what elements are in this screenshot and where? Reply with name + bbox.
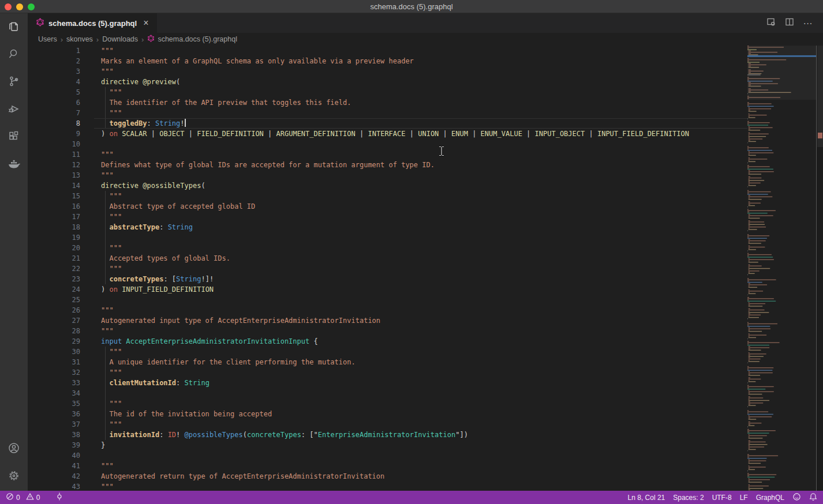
code-line[interactable]: directive @possibleTypes( [94, 180, 747, 191]
breadcrumb-item-downloads[interactable]: Downloads [102, 35, 138, 43]
code-line[interactable]: The id of the invitation being accepted [94, 409, 747, 419]
code-line[interactable]: Accepted types of global IDs. [94, 253, 747, 264]
code-line[interactable]: """ [94, 347, 747, 357]
line-number: 40 [46, 450, 80, 461]
code-line[interactable]: Autogenerated input type of AcceptEnterp… [94, 315, 747, 326]
sidebar-item-search[interactable] [0, 41, 28, 69]
open-preview-button[interactable] [764, 16, 778, 30]
line-number: 26 [46, 305, 80, 315]
encoding-indicator[interactable]: UTF-8 [712, 491, 732, 504]
code-line[interactable] [94, 295, 747, 305]
accounts-button[interactable] [0, 435, 28, 463]
code-line[interactable]: """ [94, 66, 747, 77]
minimap[interactable] [747, 46, 816, 491]
code-line[interactable]: Marks an element of a GraphQL schema as … [94, 56, 747, 66]
title-bar[interactable]: schema.docs (5).graphql [0, 0, 823, 13]
sidebar-item-source-control[interactable] [0, 69, 28, 96]
code-line[interactable]: """ [94, 212, 747, 222]
code-line[interactable]: """ [94, 398, 747, 409]
line-number: 41 [46, 461, 80, 471]
problems-indicator[interactable]: 0 0 [6, 491, 40, 504]
code-line[interactable]: """ [94, 419, 747, 430]
scrollbar-thumb[interactable] [817, 46, 823, 147]
code-line[interactable]: ) on SCALAR | OBJECT | FIELD_DEFINITION … [94, 129, 747, 139]
line-number: 14 [46, 180, 80, 191]
tab-schema-docs-graphql[interactable]: schema.docs (5).graphql × [28, 13, 157, 33]
code-content[interactable]: """Marks an element of a GraphQL schema … [94, 46, 747, 491]
code-line[interactable]: ) on INPUT_FIELD_DEFINITION [94, 284, 747, 295]
breadcrumb-item-skonves[interactable]: skonves [66, 35, 93, 43]
line-number: 37 [46, 419, 80, 430]
split-editor-button[interactable] [783, 16, 796, 30]
settings-button[interactable] [0, 463, 28, 491]
eol-indicator[interactable]: LF [740, 491, 748, 504]
code-line[interactable]: concreteTypes: [String!]! [94, 274, 747, 284]
sidebar-item-extensions[interactable] [0, 124, 28, 152]
code-line[interactable] [94, 232, 747, 243]
ports-indicator[interactable] [56, 491, 63, 504]
code-line[interactable]: """ [94, 170, 747, 180]
line-number: 34 [46, 388, 80, 398]
feedback-button[interactable] [792, 491, 801, 504]
line-number: 32 [46, 367, 80, 378]
code-line[interactable]: abstractType: String [94, 222, 747, 232]
line-number: 6 [46, 97, 80, 108]
code-line[interactable] [94, 388, 747, 398]
breadcrumb-file-label: schema.docs (5).graphql [158, 35, 237, 43]
code-line[interactable]: """ [94, 367, 747, 378]
line-number: 9 [46, 129, 80, 139]
code-line[interactable]: toggledBy: String! [94, 118, 747, 129]
line-number: 43 [46, 482, 80, 491]
line-number: 12 [46, 160, 80, 170]
notifications-button[interactable] [809, 491, 817, 504]
status-bar: 0 0 Ln 8, Col 21 Spaces: 2 UTF-8 LF Grap… [0, 491, 823, 504]
graphql-logo-icon [147, 35, 155, 44]
code-line[interactable]: """ [94, 87, 747, 97]
code-line[interactable]: The identifier of the API preview that t… [94, 97, 747, 108]
sidebar-item-explorer[interactable] [0, 13, 28, 41]
code-line[interactable]: """ [94, 326, 747, 336]
code-line[interactable] [94, 450, 747, 461]
code-line[interactable]: """ [94, 191, 747, 201]
code-line[interactable]: """ [94, 108, 747, 118]
code-line[interactable]: """ [94, 46, 747, 56]
overview-ruler-scrollbar[interactable] [816, 46, 823, 491]
close-button[interactable] [5, 3, 12, 10]
line-number: 5 [46, 87, 80, 97]
error-icon [6, 492, 14, 502]
warning-icon [26, 492, 34, 502]
tab-close-icon[interactable]: × [141, 18, 151, 28]
language-mode-indicator[interactable]: GraphQL [756, 491, 784, 504]
code-line[interactable]: invitationId: ID! @possibleTypes(concret… [94, 430, 747, 440]
code-line[interactable]: A unique identifier for the client perfo… [94, 357, 747, 367]
code-line[interactable]: """ [94, 264, 747, 274]
code-line[interactable]: """ [94, 461, 747, 471]
minimap-slider[interactable] [747, 46, 816, 100]
code-editor[interactable]: 1234567891011121314151617181920212223242… [28, 46, 823, 491]
cursor-position-indicator[interactable]: Ln 8, Col 21 [628, 491, 665, 504]
bell-icon [809, 492, 817, 503]
files-icon [7, 19, 21, 35]
line-number: 24 [46, 284, 80, 295]
more-actions-button[interactable]: ⋯ [801, 16, 815, 30]
code-line[interactable]: Abstract type of accepted global ID [94, 201, 747, 212]
minimize-button[interactable] [16, 3, 23, 10]
code-line[interactable]: directive @preview( [94, 77, 747, 87]
indentation-indicator[interactable]: Spaces: 2 [673, 491, 704, 504]
code-line[interactable]: """ [94, 243, 747, 253]
code-line[interactable]: } [94, 440, 747, 450]
code-line[interactable]: """ [94, 305, 747, 315]
code-line[interactable]: Autogenerated return type of AcceptEnter… [94, 471, 747, 482]
tab-bar: schema.docs (5).graphql × ⋯ [28, 13, 823, 33]
sidebar-item-docker[interactable] [0, 152, 28, 179]
code-line[interactable]: Defines what type of global IDs are acce… [94, 160, 747, 170]
breadcrumb-item-file[interactable]: schema.docs (5).graphql [147, 35, 237, 44]
sidebar-item-run-debug[interactable] [0, 96, 28, 124]
zoom-button[interactable] [28, 3, 35, 10]
code-line[interactable]: """ [94, 149, 747, 160]
code-line[interactable]: """ [94, 482, 747, 491]
code-line[interactable] [94, 139, 747, 149]
code-line[interactable]: clientMutationId: String [94, 378, 747, 388]
code-line[interactable]: input AcceptEnterpriseAdministratorInvit… [94, 336, 747, 347]
breadcrumb-item-users[interactable]: Users [38, 35, 57, 43]
